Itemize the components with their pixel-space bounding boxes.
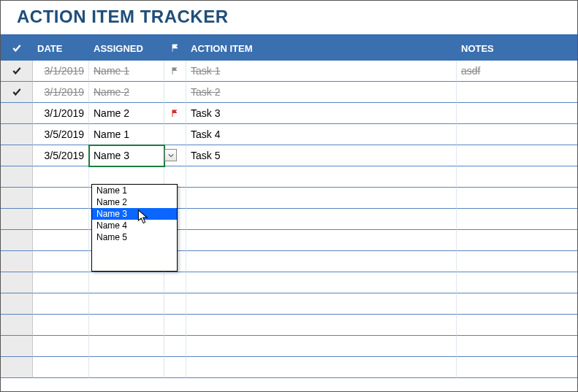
action-item-table: DATE ASSIGNED ACTION ITEM NOTES 3/1/2019… <box>1 34 577 378</box>
cell-done[interactable] <box>1 145 33 166</box>
cell-assigned[interactable]: Name 1 <box>89 124 164 145</box>
cell-done[interactable] <box>1 103 33 124</box>
page-title: ACTION ITEM TRACKER <box>1 1 577 34</box>
cell-flag[interactable] <box>164 336 186 357</box>
dropdown-option[interactable]: Name 2 <box>92 196 177 208</box>
cell-assigned[interactable] <box>89 336 164 357</box>
cell-notes[interactable] <box>457 336 577 357</box>
cell-date[interactable] <box>33 230 89 251</box>
cell-flag[interactable] <box>164 315 186 336</box>
flag-icon <box>171 43 180 53</box>
cell-notes[interactable] <box>457 251 577 272</box>
cell-done[interactable] <box>1 251 33 272</box>
cell-done[interactable] <box>1 82 33 103</box>
checkmark-icon <box>10 66 23 76</box>
flag-icon <box>171 108 180 118</box>
cell-date[interactable]: 3/1/2019 <box>33 82 89 103</box>
cell-assigned[interactable]: Name 2 <box>89 82 164 103</box>
chevron-down-icon <box>168 153 174 158</box>
header-date[interactable]: DATE <box>33 36 89 61</box>
assigned-dropdown-panel[interactable]: Name 1Name 2Name 3Name 4Name 5 <box>91 184 178 272</box>
cell-action-item[interactable] <box>186 209 457 230</box>
header-assigned[interactable]: ASSIGNED <box>89 36 164 61</box>
cell-done[interactable] <box>1 209 33 230</box>
cell-done[interactable] <box>1 272 33 293</box>
cell-flag[interactable] <box>164 103 186 124</box>
cell-notes[interactable] <box>457 209 577 230</box>
dropdown-option[interactable]: Name 5 <box>92 231 177 243</box>
cell-done[interactable] <box>1 230 33 251</box>
cell-notes[interactable] <box>457 103 577 124</box>
cell-done[interactable] <box>1 61 33 82</box>
cell-done[interactable] <box>1 188 33 209</box>
cell-notes[interactable] <box>457 82 577 103</box>
cell-date[interactable] <box>33 272 89 293</box>
cell-action-item[interactable] <box>186 315 457 336</box>
cell-flag[interactable] <box>164 357 186 378</box>
cell-date[interactable] <box>33 188 89 209</box>
cell-done[interactable] <box>1 166 33 188</box>
cell-action-item[interactable]: Task 3 <box>186 103 457 124</box>
cell-assigned[interactable]: Name 1 <box>89 61 164 82</box>
cell-done[interactable] <box>1 124 33 145</box>
dropdown-option[interactable]: Name 3 <box>92 208 177 220</box>
cell-assigned[interactable]: Name 2 <box>89 103 164 124</box>
header-done[interactable] <box>1 36 33 61</box>
cell-assigned[interactable]: Name 3 <box>89 145 164 166</box>
cell-flag[interactable] <box>164 82 186 103</box>
cell-notes[interactable] <box>457 315 577 336</box>
cell-date[interactable] <box>33 336 89 357</box>
cell-notes[interactable]: asdf <box>457 61 577 82</box>
cell-notes[interactable] <box>457 272 577 293</box>
cell-date[interactable] <box>33 315 89 336</box>
cell-flag[interactable] <box>164 61 186 82</box>
cell-action-item[interactable]: Task 2 <box>186 82 457 103</box>
cell-date[interactable] <box>33 357 89 378</box>
cell-action-item[interactable] <box>186 166 457 188</box>
cell-done[interactable] <box>1 357 33 378</box>
cell-action-item[interactable] <box>186 336 457 357</box>
cell-date[interactable]: 3/5/2019 <box>33 145 89 166</box>
cell-date[interactable] <box>33 251 89 272</box>
cell-flag[interactable] <box>164 124 186 145</box>
cell-action-item[interactable] <box>186 293 457 315</box>
dropdown-button[interactable] <box>164 149 177 161</box>
cell-action-item[interactable]: Task 4 <box>186 124 457 145</box>
dropdown-option[interactable]: Name 1 <box>92 185 177 196</box>
cell-action-item[interactable] <box>186 251 457 272</box>
cell-assigned[interactable] <box>89 315 164 336</box>
cell-action-item[interactable]: Task 1 <box>186 61 457 82</box>
cell-action-item[interactable] <box>186 357 457 378</box>
cell-assigned[interactable] <box>89 293 164 315</box>
cell-action-item[interactable] <box>186 188 457 209</box>
cell-done[interactable] <box>1 293 33 315</box>
cell-notes[interactable] <box>457 357 577 378</box>
header-flag[interactable] <box>164 36 186 61</box>
dropdown-option[interactable]: Name 4 <box>92 220 177 231</box>
cell-flag[interactable] <box>164 293 186 315</box>
cell-notes[interactable] <box>457 166 577 188</box>
cell-done[interactable] <box>1 336 33 357</box>
cell-date[interactable] <box>33 209 89 230</box>
mouse-cursor-icon <box>137 210 151 226</box>
cell-action-item[interactable]: Task 5 <box>186 145 457 166</box>
cell-action-item[interactable] <box>186 272 457 293</box>
cell-done[interactable] <box>1 315 33 336</box>
cell-assigned[interactable] <box>89 357 164 378</box>
cell-date[interactable] <box>33 166 89 188</box>
cell-notes[interactable] <box>457 188 577 209</box>
cell-date[interactable] <box>33 293 89 315</box>
dropdown-padding <box>92 243 177 271</box>
cell-notes[interactable] <box>457 124 577 145</box>
cell-action-item[interactable] <box>186 230 457 251</box>
cell-flag[interactable] <box>164 272 186 293</box>
header-notes[interactable]: NOTES <box>457 36 577 61</box>
cell-notes[interactable] <box>457 145 577 166</box>
header-action-item[interactable]: ACTION ITEM <box>186 36 457 61</box>
cell-date[interactable]: 3/1/2019 <box>33 103 89 124</box>
cell-date[interactable]: 3/1/2019 <box>33 61 89 82</box>
cell-assigned[interactable] <box>89 272 164 293</box>
cell-notes[interactable] <box>457 293 577 315</box>
cell-notes[interactable] <box>457 230 577 251</box>
cell-date[interactable]: 3/5/2019 <box>33 124 89 145</box>
